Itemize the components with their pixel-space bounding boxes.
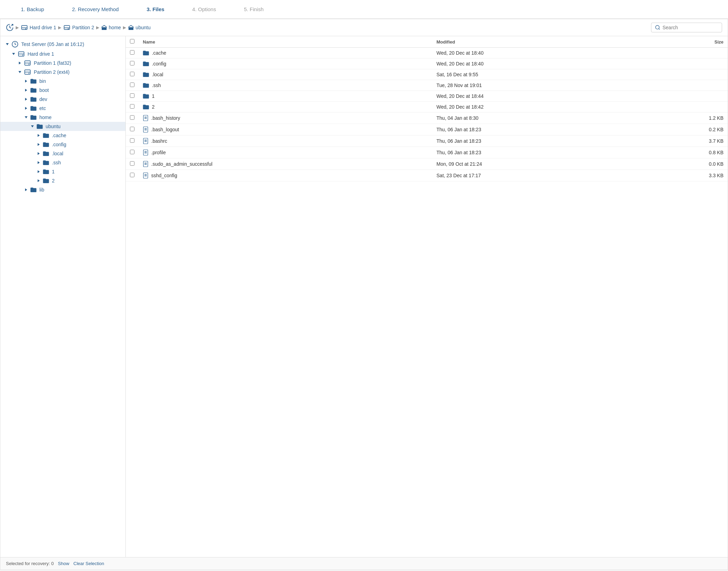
toggle-cache[interactable] [36, 133, 41, 138]
sidebar-item-config[interactable]: .config [0, 140, 125, 149]
sidebar-label-f1: 1 [52, 169, 55, 174]
toggle-etc[interactable] [23, 105, 29, 111]
file-checkbox-f-ssh[interactable] [130, 83, 134, 87]
file-checkbox-f-bash-history[interactable] [130, 115, 134, 120]
toggle-home[interactable] [23, 115, 29, 120]
file-modified-f-cache: Wed, 20 Dec at 18:40 [432, 48, 641, 58]
toggle-lib[interactable] [23, 187, 29, 193]
svg-point-12 [22, 55, 23, 55]
toggle-ubuntu[interactable] [30, 124, 35, 129]
wizard-tab-recovery-method[interactable]: 2. Recovery Method [58, 0, 133, 18]
toggle-part2[interactable] [17, 69, 23, 75]
backup-root-icon[interactable] [6, 24, 14, 31]
file-icon [143, 149, 148, 156]
breadcrumb-ubuntu[interactable]: ubuntu [128, 25, 150, 30]
file-modified-f-config: Wed, 20 Dec at 18:40 [432, 58, 641, 69]
file-checkbox-f-bash-logout[interactable] [130, 127, 134, 131]
sidebar-item-f2[interactable]: 2 [0, 176, 125, 185]
search-icon [655, 25, 660, 30]
sidebar-item-dev[interactable]: dev [0, 95, 125, 104]
file-name-f-sshd[interactable]: sshd_config [151, 173, 177, 178]
sidebar-item-etc[interactable]: etc [0, 104, 125, 113]
wizard-tab-options[interactable]: 4. Options [178, 0, 230, 18]
file-name-f-config[interactable]: .config [152, 61, 166, 67]
breadcrumb-part2-label: Partition 2 [72, 25, 94, 30]
status-bar: Selected for recovery: 0 Show Clear Sele… [0, 557, 728, 570]
file-size-f-bash-logout: 0.2 KB [641, 124, 728, 135]
breadcrumb-home[interactable]: home [101, 25, 121, 30]
file-name-f-profile[interactable]: .profile [151, 150, 166, 155]
file-name-f-bashrc[interactable]: .bashrc [151, 138, 167, 144]
sidebar-item-ssh[interactable]: .ssh [0, 158, 125, 167]
breadcrumb-hard-drive-1[interactable]: Hard drive 1 [21, 25, 56, 30]
toggle-boot[interactable] [23, 87, 29, 93]
toggle-ssh[interactable] [36, 160, 41, 165]
svg-rect-54 [144, 173, 148, 178]
toggle-bin[interactable] [23, 78, 29, 84]
folder-icon [143, 104, 149, 109]
breadcrumb-bar: ▶ Hard drive 1 ▶ Partition 2 ▶ home [0, 19, 728, 36]
file-checkbox-f-profile[interactable] [130, 150, 134, 154]
sidebar-item-lib[interactable]: lib [0, 185, 125, 194]
sidebar-item-home[interactable]: home [0, 113, 125, 122]
sidebar-item-hd1[interactable]: Hard drive 1 [0, 49, 125, 58]
file-modified-f-sshd: Sat, 23 Dec at 17:17 [432, 170, 641, 181]
svg-marker-13 [19, 62, 21, 64]
search-input[interactable] [663, 25, 718, 30]
sidebar-item-part2[interactable]: Partition 2 (ext4) [0, 68, 125, 77]
wizard-tabs: 1. Backup2. Recovery Method3. Files4. Op… [0, 0, 728, 19]
file-checkbox-f-bashrc[interactable] [130, 138, 134, 143]
sidebar-item-local[interactable]: .local [0, 149, 125, 158]
svg-point-2 [25, 29, 26, 29]
file-name-f-local[interactable]: .local [152, 72, 163, 77]
wizard-tab-finish[interactable]: 5. Finish [230, 0, 278, 18]
sidebar-item-bin[interactable]: bin [0, 77, 125, 86]
sidebar-item-part1[interactable]: Partition 1 (fat32) [0, 58, 125, 68]
file-icon [143, 126, 148, 133]
file-name-f-2[interactable]: 2 [152, 104, 155, 110]
search-box[interactable] [651, 23, 722, 32]
file-checkbox-f-config[interactable] [130, 61, 134, 65]
wizard-tab-files[interactable]: 3. Files [133, 0, 178, 18]
sidebar-item-server[interactable]: Test Server (05 Jan at 16:12) [0, 39, 125, 49]
file-checkbox-f-sshd[interactable] [130, 173, 134, 177]
icon-f1 [43, 169, 49, 174]
file-name-f-cache[interactable]: .cache [152, 50, 166, 56]
sidebar-item-boot[interactable]: boot [0, 86, 125, 95]
file-modified-f-profile: Thu, 06 Jan at 18:23 [432, 147, 641, 158]
file-name-f-bash-logout[interactable]: .bash_logout [151, 127, 179, 132]
select-all-checkbox[interactable] [130, 39, 134, 44]
toggle-hd1[interactable] [11, 51, 16, 57]
toggle-f1[interactable] [36, 169, 41, 174]
toggle-dev[interactable] [23, 96, 29, 102]
clear-selection-link[interactable]: Clear Selection [73, 561, 104, 566]
file-name-f-bash-history[interactable]: .bash_history [151, 115, 180, 121]
file-name-f-ssh[interactable]: .ssh [152, 83, 161, 88]
select-all-header [126, 36, 139, 48]
toggle-part1[interactable] [17, 60, 23, 66]
file-checkbox-f-1[interactable] [130, 93, 134, 98]
toggle-f2[interactable] [36, 178, 41, 183]
breadcrumb-partition-2[interactable]: Partition 2 [63, 25, 94, 30]
sidebar-label-hd1: Hard drive 1 [28, 51, 54, 57]
sidebar-item-ubuntu[interactable]: ubuntu [0, 122, 125, 131]
file-checkbox-f-local[interactable] [130, 72, 134, 76]
toggle-server[interactable] [5, 41, 10, 47]
file-name-f-1[interactable]: 1 [152, 93, 155, 99]
wizard-tab-backup[interactable]: 1. Backup [7, 0, 58, 18]
file-checkbox-f-2[interactable] [130, 104, 134, 109]
show-link[interactable]: Show [58, 561, 69, 566]
icon-server [11, 41, 18, 48]
svg-marker-28 [38, 143, 40, 146]
file-size-f-sshd: 3.3 KB [641, 170, 728, 181]
file-name-f-sudo[interactable]: .sudo_as_admin_successful [151, 161, 212, 167]
icon-part1 [24, 60, 31, 66]
file-checkbox-f-cache[interactable] [130, 50, 134, 55]
file-checkbox-f-sudo[interactable] [130, 161, 134, 166]
sidebar-label-local: .local [52, 151, 63, 156]
toggle-config[interactable] [36, 142, 41, 147]
sidebar-item-f1[interactable]: 1 [0, 167, 125, 176]
toggle-local[interactable] [36, 151, 41, 156]
sidebar-item-cache[interactable]: .cache [0, 131, 125, 140]
folder-icon [143, 94, 149, 99]
